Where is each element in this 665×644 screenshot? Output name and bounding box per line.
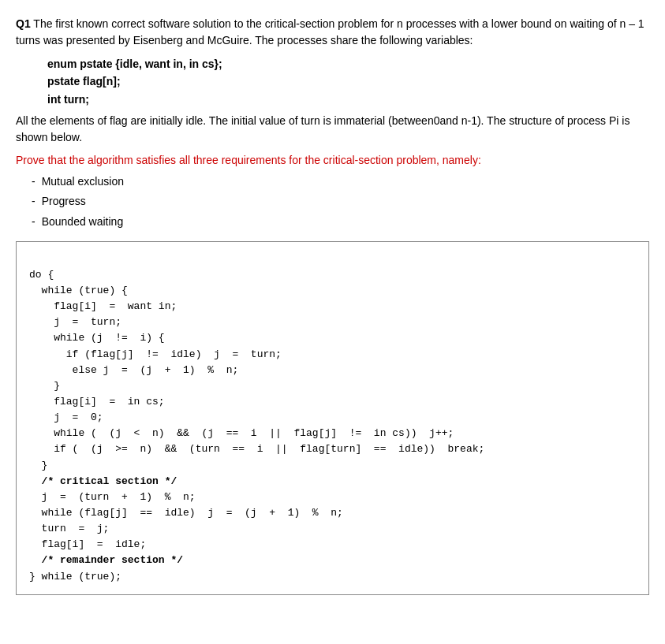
code-line-4: j = turn; bbox=[29, 316, 121, 328]
requirements-list: - Mutual exclusion - Progress - Bounded … bbox=[32, 172, 649, 232]
code-line-17: turn = j; bbox=[29, 523, 109, 534]
dash-3: - bbox=[32, 212, 35, 232]
code-line-13: } bbox=[29, 460, 47, 471]
code-line-critical: /* critical section */ bbox=[29, 475, 177, 487]
question-container: Q1 The first known correct software solu… bbox=[16, 16, 649, 232]
code-line-12: if ( (j >= n) && (turn == i || flag[turn… bbox=[29, 443, 484, 455]
var-line-3: int turn; bbox=[47, 91, 649, 108]
code-line-9: flag[i] = in cs; bbox=[29, 396, 165, 408]
intro-text: The first known correct software solutio… bbox=[16, 17, 644, 47]
code-line-11: while ( (j < n) && (j == i || flag[j] !=… bbox=[29, 427, 454, 439]
code-line-18: flag[i] = idle; bbox=[29, 538, 146, 550]
code-line-15: j = (turn + 1) % n; bbox=[29, 491, 196, 503]
prove-text: Prove that the algorithm satisfies all t… bbox=[16, 152, 649, 169]
code-line-6: if (flag[j] != idle) j = turn; bbox=[29, 348, 282, 360]
question-intro: Q1 The first known correct software solu… bbox=[16, 16, 649, 49]
req-1-label: Mutual exclusion bbox=[42, 172, 124, 192]
code-line-remainder: /* remainder section */ bbox=[29, 554, 183, 566]
code-block: do { while (true) { flag[i] = want in; j… bbox=[16, 241, 649, 595]
code-line-8: } bbox=[29, 380, 60, 392]
description-text: All the elements of flag are initially i… bbox=[16, 113, 649, 146]
code-line-2: while (true) { bbox=[29, 285, 128, 296]
q-label: Q1 bbox=[16, 17, 31, 30]
dash-2: - bbox=[32, 192, 35, 211]
variable-declarations: enum pstate {idle, want in, in cs}; psta… bbox=[47, 55, 649, 108]
req-2-label: Progress bbox=[42, 192, 86, 211]
code-line-20: } while (true); bbox=[29, 571, 121, 583]
code-line-7: else j = (j + 1) % n; bbox=[29, 364, 238, 376]
code-line-3: flag[i] = want in; bbox=[29, 300, 177, 312]
var-line-2: pstate flag[n]; bbox=[47, 73, 649, 90]
requirement-progress: - Progress bbox=[32, 192, 649, 211]
var-line-1: enum pstate {idle, want in, in cs}; bbox=[47, 55, 649, 73]
requirement-bounded-waiting: - Bounded waiting bbox=[32, 212, 649, 232]
requirement-mutual-exclusion: - Mutual exclusion bbox=[32, 172, 649, 192]
code-line-5: while (j != i) { bbox=[29, 332, 165, 344]
code-line-1: do { bbox=[29, 269, 54, 281]
code-line-16: while (flag[j] == idle) j = (j + 1) % n; bbox=[29, 507, 343, 519]
req-3-label: Bounded waiting bbox=[42, 212, 124, 232]
code-line-10: j = 0; bbox=[29, 411, 103, 423]
dash-1: - bbox=[32, 172, 35, 192]
